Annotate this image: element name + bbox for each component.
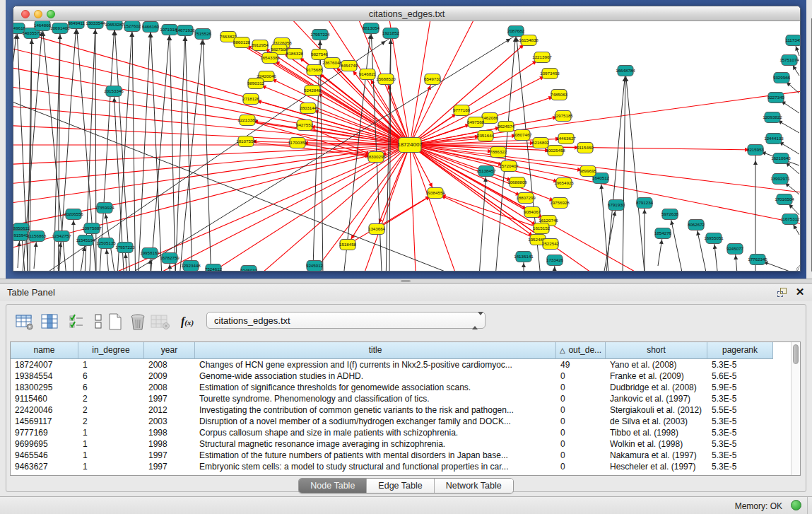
table-row[interactable]: 969969511998Structural magnetic resonanc…	[11, 438, 800, 450]
column-visibility-button[interactable]	[39, 310, 61, 333]
graph-node-label: 1527602	[124, 23, 141, 28]
table-panel-title: Table Panel	[7, 287, 55, 298]
table-cell: 2003	[144, 416, 195, 427]
column-header-name[interactable]: name	[11, 342, 78, 359]
column-header-out_de[interactable]: △ out_de...	[556, 342, 606, 359]
table-row[interactable]: 1456911722003Disruption of a novel membe…	[11, 416, 800, 427]
graph-node-label: 6549731	[424, 76, 442, 81]
graph-node-label: 5972638	[661, 211, 679, 216]
table-cell: 5.3E-5	[707, 416, 773, 427]
vertical-scrollbar[interactable]	[791, 342, 800, 475]
table-mode-button[interactable]	[13, 310, 36, 333]
close-panel-icon[interactable]: ✕	[794, 286, 806, 298]
graph-node-label: 6791930	[608, 202, 625, 207]
table-panel: Table Panel ✕	[0, 283, 812, 514]
table-cell: 0	[556, 370, 606, 382]
table-selector-value: citations_edges.txt	[214, 315, 290, 326]
tab-edge-table[interactable]: Edge Table	[366, 479, 433, 493]
table-cell: 5.3E-5	[707, 427, 773, 438]
table-cell: 2008	[144, 359, 195, 370]
table-row[interactable]: 1830029562008Estimation of significance …	[11, 382, 800, 393]
node-table[interactable]: namein_degreeyeartitle△ out_de...shortpa…	[10, 341, 801, 476]
graph-node-label: 19384554	[425, 190, 445, 195]
network-window-titlebar[interactable]: citations_edges.txt	[13, 6, 800, 21]
new-column-button[interactable]	[104, 310, 126, 333]
table-cell: 6	[78, 382, 144, 393]
table-cell: 1998	[144, 427, 195, 438]
graph-node-label: 17016504	[775, 197, 794, 201]
graph-node-label: 6497568	[467, 119, 485, 124]
table-cell: 5.3E-5	[707, 450, 773, 461]
network-graph[interactable]: 7649616140355721464866206914069849411130…	[13, 21, 800, 271]
graph-node-label: 18724007	[397, 141, 423, 148]
delete-columns-button[interactable]	[126, 310, 149, 333]
column-header-pagerank[interactable]: pagerank	[707, 342, 773, 359]
split-pane-handle[interactable]	[401, 280, 411, 282]
graph-node-label: 8912954	[252, 42, 269, 47]
graph-node-label: 19654923	[554, 180, 574, 185]
table-cell: 0	[556, 461, 606, 472]
table-cell: 9465546	[11, 450, 78, 461]
tab-node-table[interactable]: Node Table	[299, 479, 366, 493]
graph-node-label: 10025458	[546, 148, 565, 153]
table-selector-dropdown[interactable]: citations_edges.txt	[206, 312, 486, 329]
table-row[interactable]: 911546021997Tourette syndrome. Phenomeno…	[11, 393, 800, 404]
function-builder-button[interactable]: f(x)	[175, 310, 200, 333]
table-cell: 9777169	[11, 427, 78, 438]
network-window[interactable]: citations_edges.txt 76496161403557214648…	[13, 6, 801, 271]
graph-node-label: 3915941	[13, 233, 29, 238]
graph-node-label: 3624574	[498, 124, 515, 129]
table-cell: 5.3E-5	[707, 438, 773, 450]
graph-node-label: 12923448	[181, 263, 201, 268]
table-cell: 1997	[144, 450, 195, 461]
dropdown-arrows-icon	[472, 315, 478, 327]
scrollbar-thumb[interactable]	[793, 344, 799, 364]
select-columns-button[interactable]	[66, 310, 88, 333]
graph-node-label: 2718126	[242, 96, 260, 101]
table-cell: 19384554	[11, 370, 78, 382]
graph-node-label: 13033544	[86, 21, 105, 25]
table-cell: Tibbo et al. (1998)	[606, 427, 707, 438]
graph-node-label: 1343664	[368, 226, 386, 231]
column-header-in_degree[interactable]: in_degree	[78, 342, 144, 359]
column-header-title[interactable]: title	[195, 342, 556, 359]
table-row[interactable]: 946362711997Embryonic stem cells: a mode…	[11, 461, 800, 472]
graph-node-label: 14136141	[514, 254, 534, 259]
table-cell: Disruption of a novel member of a sodium…	[195, 416, 556, 427]
network-canvas[interactable]: 7649616140355721464866206914069849411130…	[13, 21, 800, 271]
table-row[interactable]: 946554611997Estimation of the future num…	[11, 450, 800, 461]
float-panel-icon[interactable]	[777, 287, 789, 298]
graph-node-label: 1921852	[382, 30, 400, 35]
table-cell: Genome-wide association studies in ADHD.	[195, 370, 556, 382]
graph-node-label: 1854276	[654, 230, 672, 235]
table-cell: Yano et al. (2008)	[606, 359, 707, 370]
tab-network-table[interactable]: Network Table	[434, 479, 513, 493]
graph-node-label: 17359924	[95, 205, 114, 210]
graph-node-label: 8791234	[636, 200, 654, 205]
table-cell: 14569117	[11, 416, 78, 427]
table-tabs: Node TableEdge TableNetwork Table	[6, 478, 806, 493]
table-toolbar: f(x) citations_edges.txt	[6, 309, 806, 336]
graph-node-label: 17957224	[310, 32, 330, 37]
table-header-row: namein_degreeyeartitle△ out_de...shortpa…	[11, 342, 800, 359]
table-row[interactable]: 2242004622012Investigating the contribut…	[11, 404, 800, 416]
table-row[interactable]: 977716911998Corpus callosum shape and si…	[11, 427, 800, 438]
graph-node-label: 10688809	[507, 180, 527, 185]
graph-node-label: 12975185	[553, 113, 573, 118]
graph-node-label: 15751074	[779, 57, 799, 62]
graph-node-label: 14671938	[175, 28, 195, 33]
delete-table-button[interactable]	[149, 310, 172, 333]
graph-node-label: 10807467	[512, 132, 532, 137]
graph-node-label: 8215953	[747, 147, 765, 152]
column-header-year[interactable]: year	[144, 342, 195, 359]
graph-node-label: 2087682	[507, 28, 525, 33]
graph-node-label: 8860128	[233, 40, 251, 45]
network-window-title: citations_edges.txt	[13, 8, 800, 19]
graph-node-label: 1733426	[546, 257, 564, 262]
table-cell: 18724007	[11, 359, 78, 370]
graph-node-label: 16782759	[160, 255, 180, 260]
graph-node-label: 6466160	[142, 24, 160, 29]
column-header-short[interactable]: short	[606, 342, 707, 359]
table-row[interactable]: 1938455462009Genome-wide association stu…	[11, 370, 800, 382]
table-row[interactable]: 1872400712008Changes of HCN gene express…	[11, 359, 800, 370]
